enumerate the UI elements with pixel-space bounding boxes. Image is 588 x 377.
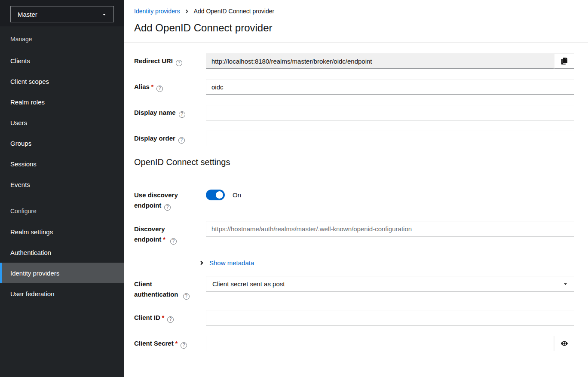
display-name-label: Display name?	[134, 107, 206, 118]
sidebar-item-users[interactable]: Users	[0, 112, 124, 133]
main-content: Identity providers Add OpenID Connect pr…	[124, 0, 588, 377]
breadcrumb: Identity providers Add OpenID Connect pr…	[134, 8, 574, 15]
use-discovery-help-icon[interactable]: ?	[164, 204, 171, 211]
oidc-settings-heading: OpenID Connect settings	[134, 157, 574, 167]
alias-help-icon[interactable]: ?	[156, 86, 163, 92]
client-id-input[interactable]	[206, 310, 574, 325]
discovery-endpoint-label: Discovery endpoint* ?	[134, 221, 206, 245]
sidebar-item-realm-settings[interactable]: Realm settings	[0, 221, 124, 242]
required-asterisk: *	[163, 236, 165, 243]
copy-button[interactable]	[554, 53, 574, 69]
client-id-help-icon[interactable]: ?	[167, 316, 174, 323]
client-authentication-label: Client authentication ?	[134, 276, 206, 300]
client-id-row: Client ID*?	[134, 310, 574, 325]
client-authentication-selected-value: Client secret sent as post	[212, 280, 285, 288]
client-authentication-row: Client authentication ? Client secret se…	[134, 276, 574, 300]
sidebar-item-identity-providers[interactable]: Identity providers	[0, 263, 124, 283]
discovery-endpoint-input[interactable]	[206, 221, 574, 236]
alias-input[interactable]	[206, 79, 574, 95]
display-name-row: Display name?	[134, 105, 574, 120]
sidebar-item-groups[interactable]: Groups	[0, 133, 124, 153]
use-discovery-row: Use discovery endpoint? On	[134, 189, 574, 211]
redirect-uri-label: Redirect URI?	[134, 56, 206, 66]
sidebar-item-authentication[interactable]: Authentication	[0, 242, 124, 263]
alias-row: Alias*?	[134, 79, 574, 95]
discovery-endpoint-row: Discovery endpoint* ?	[134, 221, 574, 245]
sidebar-item-clients[interactable]: Clients	[0, 50, 124, 71]
redirect-uri-row: Redirect URI?	[134, 53, 574, 69]
realm-selector-dropdown[interactable]: Master	[10, 6, 114, 22]
use-discovery-toggle[interactable]	[206, 190, 225, 200]
chevron-down-icon	[102, 12, 107, 17]
client-authentication-help-icon[interactable]: ?	[183, 293, 190, 300]
display-name-help-icon[interactable]: ?	[179, 111, 185, 118]
display-order-label: Display order?	[134, 133, 206, 144]
page-header: Identity providers Add OpenID Connect pr…	[124, 0, 588, 43]
eye-icon	[560, 340, 568, 346]
redirect-uri-input[interactable]	[206, 53, 554, 69]
discovery-endpoint-help-icon[interactable]: ?	[170, 238, 177, 245]
show-secret-button[interactable]	[554, 336, 574, 351]
client-secret-row: Client Secret*?	[134, 336, 574, 351]
display-order-help-icon[interactable]: ?	[178, 137, 185, 144]
client-secret-help-icon[interactable]: ?	[181, 342, 187, 349]
nav-list-configure: Realm settings Authentication Identity p…	[0, 219, 124, 304]
nav-section-title-manage: Manage	[0, 27, 124, 47]
sidebar: Master Manage Clients Client scopes Real…	[0, 0, 124, 377]
breadcrumb-current: Add OpenID Connect provider	[194, 8, 275, 15]
realm-selector-label: Master	[18, 11, 37, 18]
realm-selector-area: Master	[0, 0, 124, 27]
page-title: Add OpenID Connect provider	[134, 22, 574, 34]
use-discovery-label: Use discovery endpoint?	[134, 189, 206, 211]
toggle-state-label: On	[233, 191, 241, 199]
redirect-uri-help-icon[interactable]: ?	[176, 60, 182, 66]
sidebar-item-client-scopes[interactable]: Client scopes	[0, 71, 124, 92]
nav-section-title-configure: Configure	[0, 195, 124, 219]
add-oidc-provider-form: Redirect URI? Alias*? Dis	[124, 43, 588, 362]
copy-icon	[561, 58, 568, 64]
client-secret-label: Client Secret*?	[134, 338, 206, 349]
caret-down-icon	[563, 282, 568, 286]
nav-list-manage: Clients Client scopes Realm roles Users …	[0, 47, 124, 195]
breadcrumb-separator-icon	[185, 9, 189, 14]
sidebar-item-realm-roles[interactable]: Realm roles	[0, 92, 124, 112]
show-metadata-link[interactable]: Show metadata	[209, 259, 254, 267]
chevron-right-icon[interactable]	[200, 260, 204, 266]
required-asterisk: *	[151, 83, 153, 90]
display-name-input[interactable]	[206, 105, 574, 120]
show-metadata-row: Show metadata	[200, 259, 574, 267]
display-order-input[interactable]	[206, 131, 574, 146]
display-order-row: Display order?	[134, 131, 574, 146]
client-authentication-select[interactable]: Client secret sent as post	[206, 276, 574, 291]
client-secret-input[interactable]	[206, 336, 554, 351]
alias-label: Alias*?	[134, 82, 206, 92]
toggle-knob	[216, 191, 223, 199]
required-asterisk: *	[175, 340, 178, 347]
sidebar-item-sessions[interactable]: Sessions	[0, 153, 124, 174]
client-id-label: Client ID*?	[134, 313, 206, 323]
sidebar-item-events[interactable]: Events	[0, 174, 124, 195]
breadcrumb-link-identity-providers[interactable]: Identity providers	[134, 8, 180, 15]
required-asterisk: *	[162, 314, 164, 321]
sidebar-item-user-federation[interactable]: User federation	[0, 283, 124, 304]
